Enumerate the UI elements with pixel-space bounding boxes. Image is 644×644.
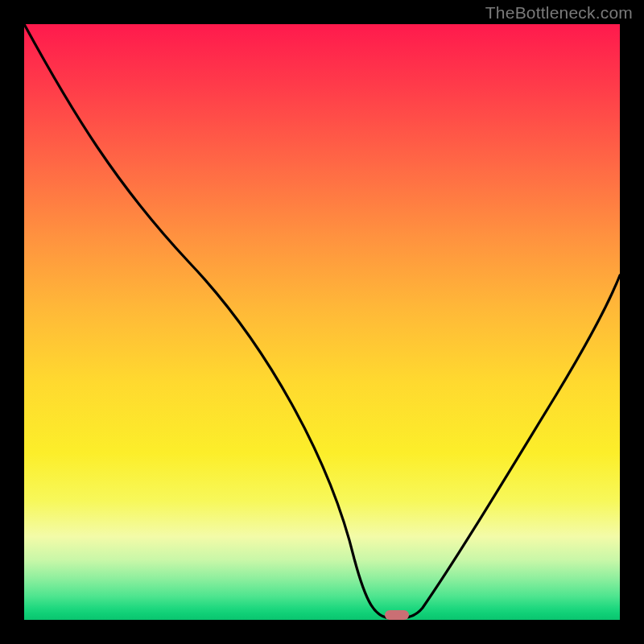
watermark-text: TheBottleneck.com: [485, 3, 633, 23]
bottleneck-curve: [24, 24, 620, 620]
optimal-point-marker: [385, 610, 409, 620]
chart-outer-frame: TheBottleneck.com: [0, 0, 644, 644]
bottleneck-curve-path: [24, 24, 620, 618]
chart-plot-area: [24, 24, 620, 620]
